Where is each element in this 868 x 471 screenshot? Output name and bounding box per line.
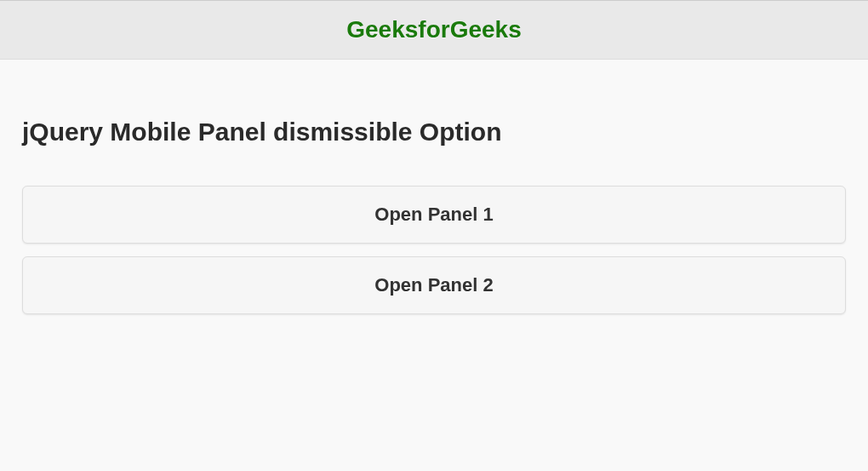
page-content: jQuery Mobile Panel dismissible Option O… <box>0 118 868 314</box>
page-heading: jQuery Mobile Panel dismissible Option <box>22 118 846 146</box>
open-panel-1-button[interactable]: Open Panel 1 <box>22 186 846 244</box>
header-title: GeeksforGeeks <box>0 16 868 43</box>
open-panel-1-label: Open Panel 1 <box>374 204 493 225</box>
open-panel-2-label: Open Panel 2 <box>374 274 493 296</box>
open-panel-2-button[interactable]: Open Panel 2 <box>22 256 846 314</box>
header-bar: GeeksforGeeks <box>0 0 868 60</box>
